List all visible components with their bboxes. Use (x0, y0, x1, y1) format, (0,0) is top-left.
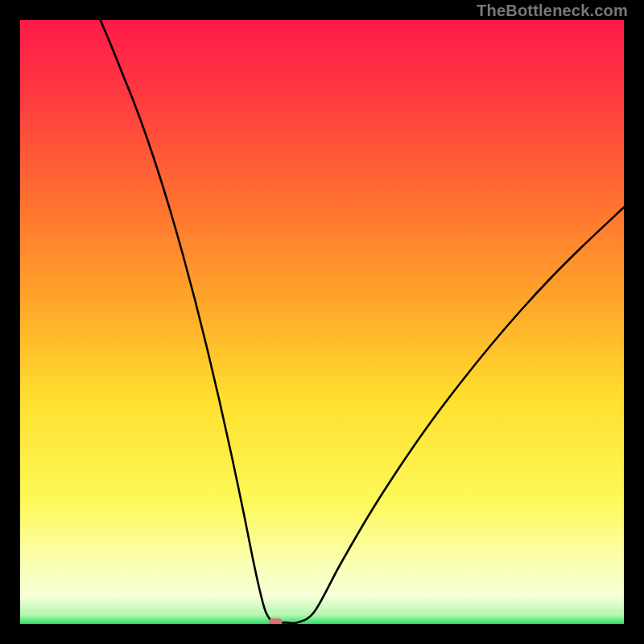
watermark-text: TheBottleneck.com (477, 2, 628, 20)
chart-frame: TheBottleneck.com (0, 0, 644, 644)
optimal-marker (269, 618, 282, 624)
plot-area (20, 20, 624, 624)
bottleneck-chart (20, 20, 624, 624)
gradient-background (20, 20, 624, 624)
